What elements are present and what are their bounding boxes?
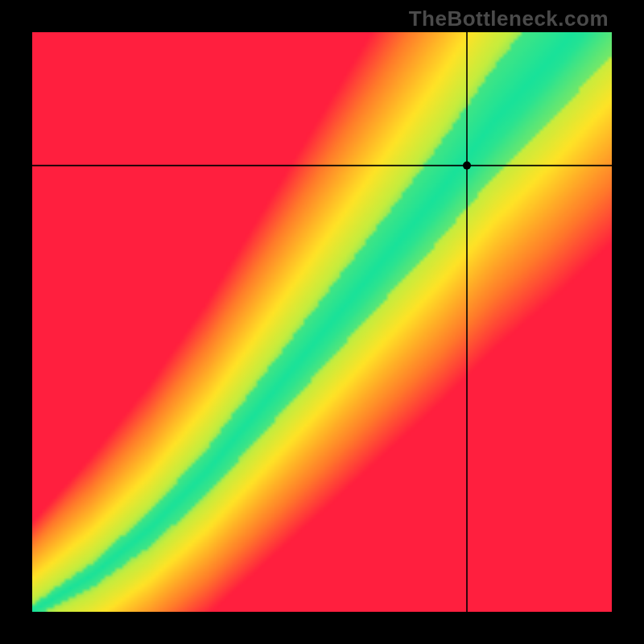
watermark-text: TheBottleneck.com	[409, 6, 609, 31]
plot-area	[32, 32, 612, 612]
heatmap-canvas	[32, 32, 612, 612]
chart-frame: TheBottleneck.com	[0, 0, 644, 644]
